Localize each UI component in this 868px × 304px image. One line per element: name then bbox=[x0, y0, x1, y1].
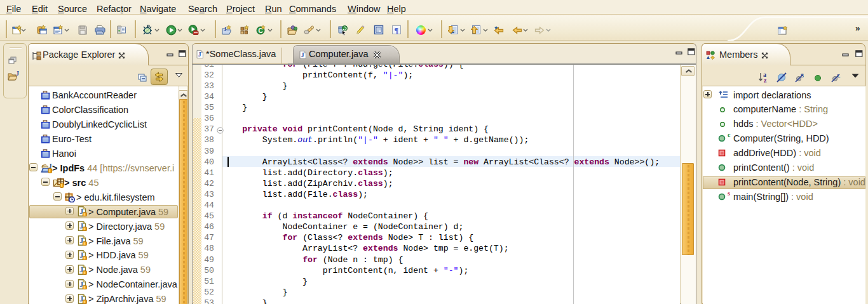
svg-text:J: J bbox=[224, 26, 227, 32]
svg-text:¶: ¶ bbox=[395, 26, 398, 35]
svg-text:J: J bbox=[16, 70, 19, 77]
svg-text:z: z bbox=[764, 77, 767, 83]
